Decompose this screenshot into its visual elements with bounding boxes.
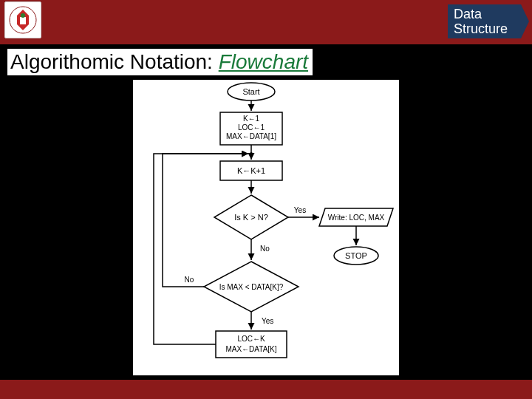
svg-point-2 (21, 13, 25, 18)
university-logo (4, 1, 41, 38)
fc-update-l2: MAX←DATA[K] (225, 345, 276, 353)
fc-cond2: Is MAX < DATA[K]? (219, 283, 284, 291)
fc-cond1-no: No (260, 245, 270, 253)
fc-update-l1: LOC←K (237, 335, 265, 343)
fc-cond2-no: No (185, 276, 194, 284)
svg-point-7 (250, 152, 253, 155)
badge-line2: Structure (454, 22, 523, 37)
subtitle-prefix: Algorithomic Notation: (10, 50, 219, 73)
fc-increment: K←K+1 (237, 166, 265, 175)
flowchart-diagram: Start K←1 LOC←1 MAX←DATA[1] K←K+1 Is K >… (133, 80, 399, 375)
subtitle-keyword: Flowchart (219, 50, 308, 73)
badge-line1: Data (454, 7, 523, 22)
topic-badge: Data Structure (448, 4, 529, 38)
fc-stop: STOP (345, 251, 367, 260)
fc-init-l1: K←1 (243, 115, 260, 123)
fc-start: Start (242, 87, 259, 96)
fc-cond1-yes: Yes (294, 206, 306, 214)
fc-init-l3: MAX←DATA[1] (226, 132, 276, 140)
footer-bar (0, 380, 532, 399)
svg-rect-1 (20, 17, 26, 24)
slide-subtitle: Algorithomic Notation: Flowchart (7, 49, 313, 75)
fc-cond2-yes: Yes (262, 317, 273, 325)
fc-cond1: Is K > N? (234, 213, 268, 222)
fc-output: Write: LOC, MAX (328, 214, 385, 222)
fc-init-l2: LOC←1 (238, 123, 265, 132)
